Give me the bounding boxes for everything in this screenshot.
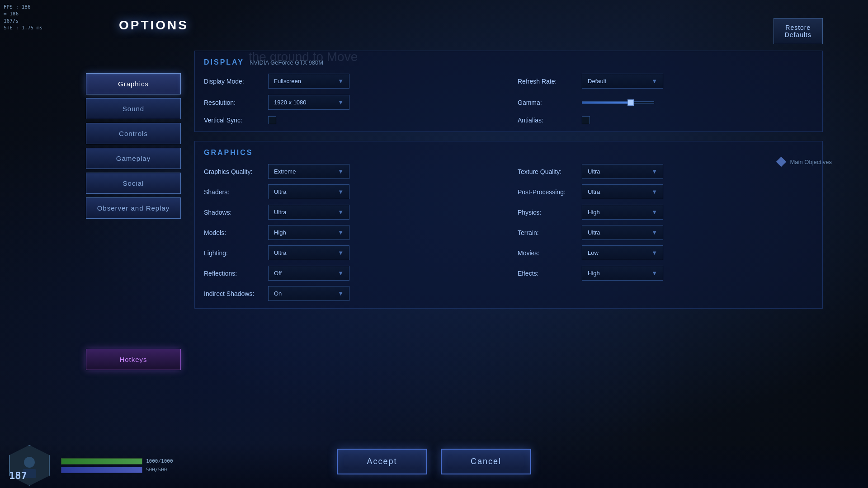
dropdown-arrow-mo: ▼ [338,229,344,236]
indirect-shadows-row: Indirect Shadows: On ▼ [204,286,500,301]
gamma-label: Gamma: [518,99,576,106]
dropdown-arrow-te: ▼ [651,229,657,236]
effects-row: Effects: High ▼ [518,266,813,281]
texture-quality-label: Texture Quality: [518,168,576,175]
models-dropdown[interactable]: High ▼ [268,225,349,240]
physics-row: Physics: High ▼ [518,205,813,220]
dropdown-arrow-re: ▼ [338,270,344,277]
effects-dropdown[interactable]: High ▼ [582,266,663,281]
shaders-dropdown[interactable]: Ultra ▼ [268,184,349,199]
gamma-slider-track [582,101,654,104]
objectives-label: Main Objectives [790,159,832,165]
graphics-section-label: GRAPHICS [204,149,253,157]
dropdown-arrow-ef: ▼ [651,270,657,277]
graphics-quality-dropdown[interactable]: Extreme ▼ [268,164,349,179]
gpu-label: NVIDIA GeForce GTX 980M [250,59,323,66]
shaders-value: Ultra [274,188,286,195]
physics-value: High [588,209,600,216]
antialias-label: Antialias: [518,117,576,124]
dropdown-arrow-sh: ▼ [338,188,344,195]
dropdown-arrow-mv: ▼ [651,249,657,256]
graphics-section: GRAPHICS Graphics Quality: Extreme ▼ Tex… [194,141,823,309]
lighting-dropdown[interactable]: Ultra ▼ [268,245,349,260]
options-panel: Restore Defaults OPTIONS Graphics Sound … [86,18,823,443]
vertical-sync-checkbox[interactable] [268,116,276,124]
effects-value: High [588,270,600,277]
dropdown-arrow-ph: ▼ [651,209,657,216]
energy-bar [61,467,142,473]
hotkeys-button[interactable]: Hotkeys [86,349,181,370]
movies-row: Movies: Low ▼ [518,245,813,260]
resolution-label: Resolution: [204,99,263,106]
refresh-rate-label: Refresh Rate: [518,78,576,85]
cancel-button[interactable]: Cancel [441,449,531,474]
resolution-value: 868 x 488 [274,99,307,106]
physics-dropdown[interactable]: High ▼ [582,205,663,220]
sidebar-item-social[interactable]: Social [86,173,181,194]
vertical-sync-row: Vertical Sync: [204,116,500,124]
refresh-rate-row: Refresh Rate: Default ▼ [518,74,813,89]
sidebar-item-controls[interactable]: Controls [86,123,181,144]
reflections-value: Off [274,270,282,277]
energy-fill [61,467,142,473]
antialias-checkbox[interactable] [582,116,590,124]
dropdown-arrow-tq: ▼ [651,168,657,175]
gamma-slider[interactable] [582,101,654,104]
models-row: Models: High ▼ [204,225,500,240]
dropdown-arrow-sw: ▼ [338,209,344,216]
indirect-shadows-label: Indirect Shadows: [204,290,263,297]
energy-text: 500/500 [146,467,167,473]
bottom-buttons: Accept Cancel [337,449,531,474]
effects-label: Effects: [518,270,576,277]
texture-quality-row: Texture Quality: Ultra ▼ [518,164,813,179]
post-processing-row: Post-Processing: Ultra ▼ [518,184,813,199]
shaders-row: Shaders: Ultra ▼ [204,184,500,199]
restore-defaults-button[interactable]: Restore Defaults [774,18,823,44]
display-section-header: DISPLAY NVIDIA GeForce GTX 980M [204,58,813,66]
gamma-slider-thumb[interactable] [627,99,634,106]
physics-label: Physics: [518,209,576,216]
antialias-row: Antialias: [518,116,813,124]
mineral-count: 187 [9,470,27,481]
terrain-dropdown[interactable]: Ultra ▼ [582,225,663,240]
movies-dropdown[interactable]: Low ▼ [582,245,663,260]
dropdown-arrow-icon3: ▼ [338,99,344,106]
display-mode-dropdown[interactable]: Fullscreen ▼ [268,74,349,89]
options-title: OPTIONS [86,18,222,33]
content-area: DISPLAY NVIDIA GeForce GTX 980M Display … [194,46,823,370]
texture-quality-dropdown[interactable]: Ultra ▼ [582,164,663,179]
dropdown-arrow-icon: ▼ [338,78,344,84]
dropdown-arrow-is: ▼ [338,290,344,297]
indirect-shadows-dropdown[interactable]: On ▼ [268,286,349,301]
shadows-label: Shadows: [204,209,263,216]
models-value: High [274,229,286,236]
graphics-settings-grid: Graphics Quality: Extreme ▼ Texture Qual… [204,164,813,301]
refresh-rate-dropdown[interactable]: Default ▼ [582,74,663,89]
display-mode-value: Fullscreen [274,78,301,84]
sidebar-item-observer-replay[interactable]: Observer and Replay [86,197,181,219]
reflections-row: Reflections: Off ▼ [204,266,500,281]
refresh-rate-value: Default [588,78,606,84]
sidebar-item-graphics[interactable]: Graphics [86,73,181,94]
shadows-dropdown[interactable]: Ultra ▼ [268,205,349,220]
reflections-dropdown[interactable]: Off ▼ [268,266,349,281]
terrain-value: Ultra [588,229,600,236]
resolution-dropdown[interactable]: 868 x 488 ▼ [268,95,349,110]
accept-button[interactable]: Accept [337,449,427,474]
post-processing-dropdown[interactable]: Ultra ▼ [582,184,663,199]
display-settings-grid: Display Mode: Fullscreen ▼ Refresh Rate:… [204,74,813,124]
energy-bar-row: 500/500 [61,467,173,473]
reflections-label: Reflections: [204,270,263,277]
sidebar-item-sound[interactable]: Sound [86,98,181,119]
terrain-row: Terrain: Ultra ▼ [518,225,813,240]
objectives-panel: Main Objectives [778,158,832,165]
gamma-row: Gamma: [518,95,813,110]
sidebar-item-gameplay[interactable]: Gameplay [86,148,181,169]
objectives-diamond-icon [776,157,786,167]
health-fill [61,459,142,464]
fps-counter: FPS : 186 = 186 167/s STE : 1.75 ms [4,4,42,32]
graphics-quality-value: Extreme [274,168,296,175]
texture-quality-value: Ultra [588,168,600,175]
display-mode-label: Display Mode: [204,78,263,85]
shadows-value: Ultra [274,209,286,216]
